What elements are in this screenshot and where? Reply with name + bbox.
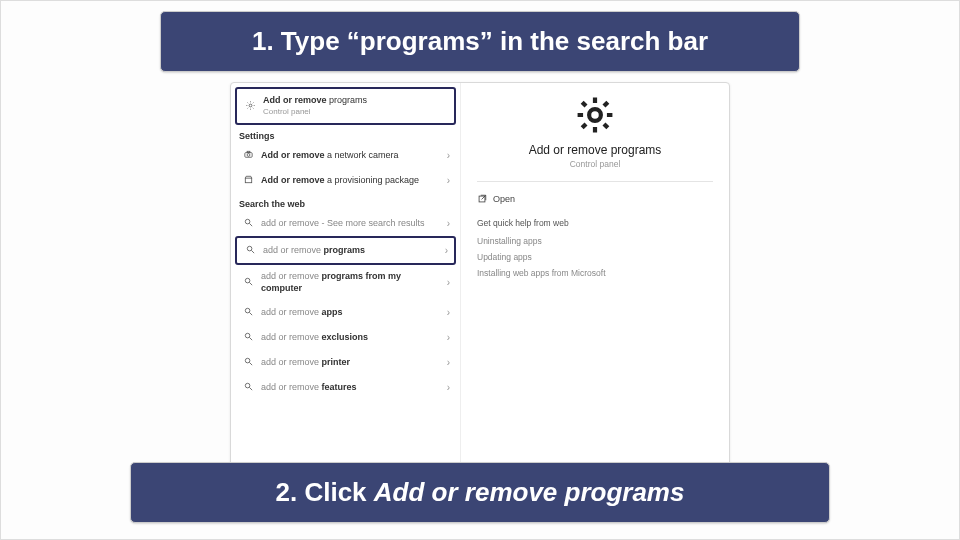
svg-point-7 [247, 247, 252, 252]
preview-subtitle: Control panel [477, 159, 713, 169]
result-network-camera[interactable]: Add or remove a network camera › [235, 143, 456, 168]
web6-bold: features [322, 382, 357, 392]
svg-point-15 [245, 358, 250, 363]
step1-term: programs [360, 26, 480, 56]
settings0-bold: Add or remove [261, 150, 325, 160]
gear-icon [573, 93, 617, 137]
help-uninstalling[interactable]: Uninstalling apps [477, 236, 713, 246]
search-icon [241, 356, 255, 369]
svg-point-13 [245, 333, 250, 338]
chevron-right-icon: › [447, 357, 450, 368]
camera-icon [241, 149, 255, 162]
search-preview-pane: Add or remove programs Control panel Ope… [461, 83, 729, 469]
gear-icon [243, 100, 257, 113]
search-results-list: Add or remove programs Control panel Set… [231, 83, 461, 469]
search-results-window: Add or remove programs Control panel Set… [230, 82, 730, 470]
chevron-right-icon: › [445, 245, 448, 256]
svg-point-17 [245, 383, 250, 388]
top-result-bold: Add or remove [263, 95, 327, 105]
svg-point-9 [245, 278, 250, 283]
web-result-apps[interactable]: add or remove apps › [235, 300, 456, 325]
section-settings: Settings [235, 125, 456, 143]
web3-bold: apps [322, 307, 343, 317]
instruction-step-2: 2. Click Add or remove programs [130, 462, 830, 523]
result-provisioning-package[interactable]: Add or remove a provisioning package › [235, 168, 456, 193]
search-icon [241, 306, 255, 319]
chevron-right-icon: › [447, 307, 450, 318]
search-icon [241, 381, 255, 394]
top-result-rest: programs [327, 95, 368, 105]
search-icon [241, 217, 255, 230]
step1-prefix: 1. Type “ [252, 26, 360, 56]
chevron-right-icon: › [447, 150, 450, 161]
web1-bold: programs [324, 245, 366, 255]
divider [477, 181, 713, 182]
search-icon [241, 276, 255, 289]
result-add-remove-programs-top[interactable]: Add or remove programs Control panel [235, 87, 456, 125]
web0-gray: add or remove [261, 218, 319, 228]
settings1-bold: Add or remove [261, 175, 325, 185]
step1-suffix: ” in the search bar [480, 26, 708, 56]
web-result-exclusions[interactable]: add or remove exclusions › [235, 325, 456, 350]
top-result-subtitle: Control panel [263, 107, 448, 117]
svg-line-16 [249, 362, 252, 365]
svg-line-8 [251, 251, 254, 254]
preview-title: Add or remove programs [477, 143, 713, 157]
svg-point-19 [589, 109, 601, 121]
settings0-rest: a network camera [325, 150, 399, 160]
web4-bold: exclusions [322, 332, 369, 342]
svg-point-2 [247, 154, 250, 157]
svg-line-14 [249, 337, 252, 340]
web-result-programs[interactable]: add or remove programs › [235, 236, 456, 265]
settings1-rest: a provisioning package [325, 175, 420, 185]
svg-rect-3 [247, 152, 250, 153]
help-heading: Get quick help from web [477, 218, 713, 228]
web0-rest: - See more search results [319, 218, 425, 228]
web6-gray: add or remove [261, 382, 322, 392]
search-icon [243, 244, 257, 257]
svg-line-18 [249, 387, 252, 390]
chevron-right-icon: › [447, 175, 450, 186]
web2-gray: add or remove [261, 271, 322, 281]
web1-gray: add or remove [263, 245, 324, 255]
web4-gray: add or remove [261, 332, 322, 342]
svg-point-0 [249, 104, 252, 107]
help-installing-web[interactable]: Installing web apps from Microsoft [477, 268, 713, 278]
web-result-printer[interactable]: add or remove printer › [235, 350, 456, 375]
svg-rect-4 [245, 178, 251, 183]
help-updating[interactable]: Updating apps [477, 252, 713, 262]
chevron-right-icon: › [447, 277, 450, 288]
web5-gray: add or remove [261, 357, 322, 367]
chevron-right-icon: › [447, 382, 450, 393]
package-icon [241, 174, 255, 187]
chevron-right-icon: › [447, 218, 450, 229]
section-web: Search the web [235, 193, 456, 211]
web-result-programs-from-computer[interactable]: add or remove programs from my computer … [235, 265, 456, 300]
web5-bold: printer [322, 357, 351, 367]
search-icon [241, 331, 255, 344]
web-result-features[interactable]: add or remove features › [235, 375, 456, 400]
svg-point-5 [245, 220, 250, 225]
step2-prefix: 2. Click [276, 477, 374, 507]
web-result-more[interactable]: add or remove - See more search results … [235, 211, 456, 236]
svg-line-6 [249, 224, 252, 227]
web3-gray: add or remove [261, 307, 322, 317]
open-button[interactable]: Open [477, 194, 713, 204]
chevron-right-icon: › [447, 332, 450, 343]
svg-point-11 [245, 308, 250, 313]
open-label: Open [493, 194, 515, 204]
open-icon [477, 194, 487, 204]
svg-line-10 [249, 282, 252, 285]
step2-em: Add or remove programs [374, 477, 685, 507]
instruction-step-1: 1. Type “programs” in the search bar [160, 11, 800, 72]
svg-line-12 [249, 312, 252, 315]
